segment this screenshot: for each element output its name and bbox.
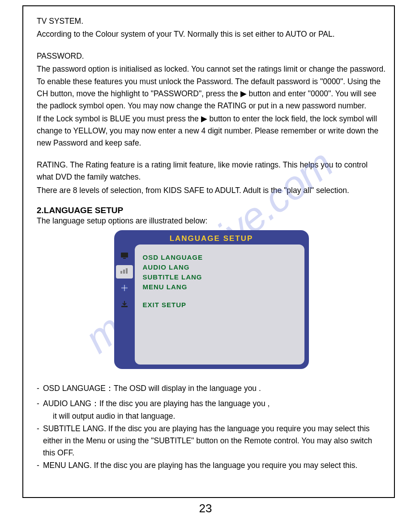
tv-system-title: TV SYSTEM. <box>37 15 386 27</box>
rating-body-1: RATING. The Rating feature is a rating l… <box>37 159 386 183</box>
language-setup-heading: 2.LANGUAGE SETUP <box>37 206 386 215</box>
menu-item-menu[interactable]: MENU LANG <box>143 283 296 291</box>
menu-item-exit[interactable]: EXIT SETUP <box>143 301 296 309</box>
list-item: - AUDIO LANG：If the disc you are playing… <box>37 398 386 410</box>
bullet-list: - OSD LANGUAGE：The OSD will display in t… <box>37 382 386 472</box>
tv-icon[interactable] <box>116 249 133 262</box>
menu-item-osd[interactable]: OSD LANGUAGE <box>143 253 296 261</box>
menu-panel: OSD LANGUAGE AUDIO LANG SUBTITLE LANG ME… <box>135 245 304 365</box>
svg-rect-3 <box>123 270 125 274</box>
list-item: - MENU LANG. If the disc you are playing… <box>37 459 386 472</box>
language-setup-menu: LANGUAGE SETUP OSD LANGUAGE AUDIO LANG <box>114 230 309 369</box>
page-number: 23 <box>0 502 411 515</box>
download-icon[interactable] <box>116 297 133 311</box>
menu-item-subtitle[interactable]: SUBTITLE LANG <box>143 273 296 281</box>
password-body-1: The password option is initialised as lo… <box>37 63 386 112</box>
password-body-2: If the Lock symbol is BLUE you must pres… <box>37 113 386 149</box>
bullet-menu: MENU LANG. If the disc you are playing h… <box>43 459 386 472</box>
svg-rect-4 <box>126 268 128 274</box>
globe-icon[interactable] <box>116 281 133 295</box>
bullet-audio-1: AUDIO LANG：If the disc you are playing h… <box>43 398 386 410</box>
menu-item-audio[interactable]: AUDIO LANG <box>143 263 296 271</box>
list-item: - OSD LANGUAGE：The OSD will display in t… <box>37 382 386 395</box>
list-item: it will output audio in that language. <box>37 410 386 422</box>
av-icon[interactable] <box>116 265 133 279</box>
menu-sidebar <box>114 245 135 365</box>
language-setup-subtitle: The language setup options are illustrat… <box>37 216 386 226</box>
bullet-audio-2: it will output audio in that language. <box>43 410 386 422</box>
page-frame: manualshive.com TV SYSTEM. According to … <box>22 5 395 498</box>
svg-rect-0 <box>121 253 128 257</box>
svg-rect-2 <box>120 271 122 274</box>
tv-system-body: According to the Colour system of your T… <box>37 28 386 40</box>
bullet-subtitle: SUBTITLE LANG. If the disc you are playi… <box>43 423 386 459</box>
svg-rect-1 <box>123 258 126 259</box>
list-item: - SUBTITLE LANG. If the disc you are pla… <box>37 423 386 459</box>
svg-rect-6 <box>121 306 128 307</box>
rating-body-2: There are 8 levels of selection, from KI… <box>37 184 386 197</box>
password-title: PASSWORD. <box>37 50 386 62</box>
bullet-osd: OSD LANGUAGE：The OSD will display in the… <box>43 382 386 395</box>
menu-title: LANGUAGE SETUP <box>114 233 309 245</box>
